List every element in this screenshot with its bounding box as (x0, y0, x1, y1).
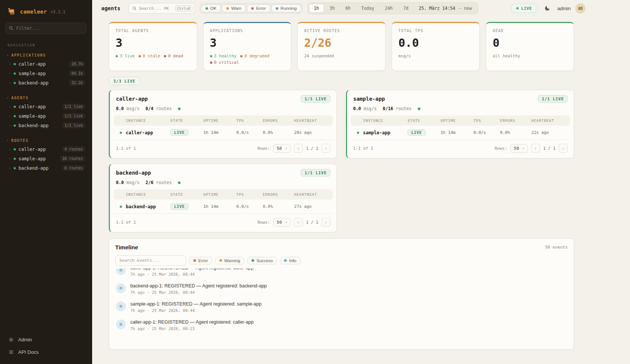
timeline-chip-info[interactable]: Info (280, 257, 300, 264)
stat-subtext: msg/s (398, 54, 473, 58)
status-dot (14, 106, 16, 108)
health-dot (418, 108, 420, 110)
table-row[interactable]: caller-app LIVE 1h 14m 0.0/s 0.0% 20s ag… (114, 126, 333, 140)
col-tps: TPS (236, 192, 263, 197)
api-docs-link[interactable]: API Docs (5, 346, 87, 358)
timeline-event-list[interactable]: caller-app-1: REGISTERED — Agent registe… (115, 269, 568, 349)
uptime-value: 1h 14m (203, 204, 236, 209)
table-row[interactable]: sample-app LIVE 1h 14m 0.0/s 0.0% 22s ag… (351, 126, 570, 140)
sidebar-item-backend-app[interactable]: › backend-app 32.2k (5, 78, 87, 88)
app-stats: 0.0 msg/s 0/16 routes (347, 106, 574, 115)
timeline-chip-warning[interactable]: Warning (215, 257, 244, 264)
table-row[interactable]: backend-app LIVE 1h 14m 0.0/s 0.0% 27s a… (114, 200, 333, 214)
routes-value: 0/4 (145, 106, 153, 111)
sidebar-item-backend-app[interactable]: › backend-app 1/1 live (5, 121, 87, 130)
content: TOTAL AGENTS 3 3 live 0 stale 0 dead APP… (92, 17, 630, 364)
timeline-panel: Timeline 50 events Error Warning (109, 238, 574, 350)
rows-per-page-select[interactable]: 50▾ (510, 144, 528, 153)
stat-card-total-tps: TOTAL TPS 0.0 msg/s (392, 22, 480, 71)
errors-cell: 0.0% (263, 204, 294, 209)
stat-value: 0 (493, 36, 567, 49)
sidebar-item-count: 16 routes (60, 156, 85, 161)
filter-chip-warn[interactable]: Warn (222, 5, 246, 12)
app-card-backend-app: backend-app 1/1 LIVE 0.0 msg/s 2/6 route… (109, 164, 337, 232)
range-button-24h[interactable]: 24h (380, 4, 398, 13)
timeline-event[interactable]: caller-app-1: REGISTERED — Agent registe… (115, 269, 568, 280)
table-header-row: INSTANCE STATE UPTIME TPS ERRORS HEARTBE… (351, 115, 570, 126)
rows-per-page-select[interactable]: 50▾ (273, 218, 291, 227)
status-dot (219, 259, 222, 262)
prev-page-button[interactable]: ‹ (531, 144, 540, 153)
sidebar-item-label: sample-app (19, 71, 46, 76)
sidebar-item-label: backend-app (19, 123, 48, 128)
section-header-routes[interactable]: ▾ ROUTES (5, 136, 87, 144)
next-page-button[interactable]: › (559, 144, 568, 153)
app-name: sample-app (353, 96, 385, 102)
range-indicator: 1-1 of 1 (353, 146, 373, 151)
sidebar-item-caller-app[interactable]: › caller-app 10.7k (5, 59, 87, 69)
timeline-event[interactable]: caller-app-1: REGISTERED — Agent registe… (115, 316, 568, 334)
caret-down-icon: ▾ (522, 147, 524, 150)
event-timestamp: 7h ago · 25 Mar 2026, 08:44 (130, 290, 267, 295)
next-page-button[interactable]: › (321, 218, 330, 227)
sidebar-item-backend-app[interactable]: › backend-app 6 routes (5, 163, 87, 173)
instance-status-dot (357, 132, 359, 134)
sidebar-item-count: 6 routes (62, 165, 85, 171)
col-state: STATE (170, 192, 203, 197)
stat-badge-dead: 0 dead (164, 54, 183, 58)
tps-cell: 0.0/s (236, 204, 263, 209)
page-indicator: 1 / 1 (543, 146, 556, 151)
sidebar-item-caller-app[interactable]: › caller-app 4 routes (5, 144, 87, 154)
app-stats: 0.0 msg/s 0/4 routes (110, 106, 337, 115)
timeline-event[interactable]: sample-app-1: REGISTERED — Agent registe… (115, 298, 568, 316)
rows-per-page-select[interactable]: 50▾ (273, 144, 291, 153)
stat-subtext: 24 suspended (304, 54, 379, 58)
next-page-button[interactable]: › (321, 144, 330, 153)
section-header-applications[interactable]: ▾ APPLICATIONS (5, 51, 87, 59)
sidebar-item-label: sample-app (19, 156, 46, 161)
sidebar-item-count: 32.2k (69, 80, 85, 86)
col-errors: ERRORS (263, 192, 294, 197)
col-instance: INSTANCE (126, 118, 170, 123)
sidebar-item-sample-app[interactable]: › sample-app 1/1 live (5, 111, 87, 121)
admin-link[interactable]: Admin (5, 334, 87, 346)
filter-chip-running[interactable]: Running (272, 5, 301, 12)
search-input[interactable] (139, 6, 173, 11)
range-button-3h[interactable]: 3h (325, 4, 340, 13)
filter-chip-error[interactable]: Error (247, 5, 270, 12)
range-button-1h[interactable]: 1h (309, 4, 324, 13)
avatar[interactable]: AD (575, 3, 585, 14)
status-dot (139, 55, 141, 57)
filter-input[interactable] (5, 23, 86, 34)
prev-page-button[interactable]: ‹ (294, 218, 303, 227)
stats-row: TOTAL AGENTS 3 3 live 0 stale 0 dead APP… (109, 22, 574, 71)
sidebar-item-sample-app[interactable]: › sample-app 16 routes (5, 154, 87, 163)
timeline-chip-error[interactable]: Error (189, 257, 212, 264)
prev-page-button[interactable]: ‹ (294, 144, 303, 153)
filter-chip-ok[interactable]: OK (201, 5, 221, 12)
uptime-value: 1h 14m (440, 130, 473, 135)
stat-card-dead: DEAD 0 all healthy (486, 22, 574, 71)
timeline-chip-success[interactable]: Success (247, 257, 277, 264)
sidebar-item-sample-app[interactable]: › sample-app 84.1k (5, 69, 87, 78)
live-summary-badge: 3/3 LIVE (109, 77, 140, 85)
logo[interactable]: cameleer v3.2.1 (5, 5, 87, 23)
stat-card-total-agents: TOTAL AGENTS 3 3 live 0 stale 0 dead (109, 22, 197, 71)
sidebar-item-caller-app[interactable]: › caller-app 1/1 live (5, 102, 87, 111)
admin-label: Admin (18, 337, 32, 342)
section-header-agents[interactable]: ▾ AGENTS (5, 94, 87, 102)
range-button-today[interactable]: Today (356, 4, 379, 13)
moon-icon (544, 5, 550, 11)
range-button-7d[interactable]: 7d (398, 4, 414, 13)
timeline-event[interactable]: backend-app-1: REGISTERED — Agent regist… (115, 280, 568, 298)
live-status-badge[interactable]: LIVE (511, 4, 537, 13)
status-filter-group: OK Warn Error Running (200, 3, 303, 14)
sidebar-item-label: sample-app (19, 114, 46, 119)
range-button-6h[interactable]: 6h (340, 4, 355, 13)
timeline-search-input[interactable] (115, 255, 186, 266)
col-heartbeat: HEARTBEAT (294, 118, 330, 123)
tps-value: 0.0 (116, 180, 124, 185)
theme-toggle[interactable] (542, 3, 553, 14)
time-range-display[interactable]: 25. März 14:54 — now (414, 6, 477, 11)
state-badge: LIVE (170, 129, 188, 136)
